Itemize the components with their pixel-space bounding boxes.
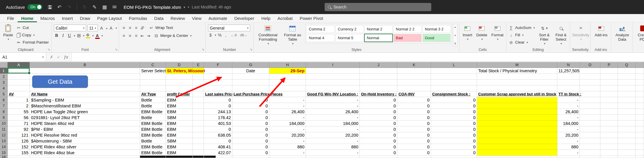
cell-O10[interactable] <box>580 121 600 126</box>
cell-x15[interactable] <box>636 150 644 156</box>
cell-H7[interactable]: - <box>269 103 306 109</box>
font-name-select[interactable]: Calibri ▾ <box>54 25 86 31</box>
column-header-G[interactable]: G <box>232 62 269 68</box>
cell-G8[interactable]: 0 <box>232 109 269 115</box>
chevron-down-icon[interactable]: ▾ <box>83 34 85 37</box>
cell-K4[interactable] <box>397 85 431 91</box>
cell-N10[interactable]: 184,000 <box>557 121 580 126</box>
cell-C5[interactable]: AV Type <box>140 91 166 97</box>
column-header-O[interactable]: O <box>580 62 600 68</box>
cell-M6[interactable] <box>477 97 557 103</box>
column-header-A[interactable]: A <box>8 62 30 68</box>
conditional-formatting-button[interactable]: Conditional Formatting ▾ <box>256 24 280 47</box>
cell-P13[interactable] <box>600 138 618 144</box>
cell-L3[interactable] <box>431 80 477 85</box>
cell-M8[interactable] <box>477 109 557 115</box>
borders-button[interactable]: ⊞ <box>76 33 81 38</box>
menu-tab-data[interactable]: Data <box>151 14 167 22</box>
cell-E11[interactable] <box>193 126 204 132</box>
align-top-button[interactable]: ≡ <box>121 26 126 30</box>
menu-tab-page-layout[interactable]: Page Layout <box>94 14 125 22</box>
number-dialog-launcher[interactable]: ↘ <box>250 47 252 51</box>
cell-F15[interactable]: 422.07 <box>204 150 232 156</box>
cell-P11[interactable] <box>600 126 618 132</box>
cell-O15[interactable] <box>580 150 600 156</box>
cell-P15[interactable] <box>600 150 618 156</box>
gallery-more-icon[interactable]: ▾ <box>454 42 456 45</box>
cell-M4[interactable] <box>477 85 557 91</box>
cell-G3[interactable] <box>232 80 269 85</box>
cell-x13[interactable] <box>636 138 644 144</box>
style-normal-5[interactable]: Normal 5 <box>335 34 364 42</box>
cell-x4[interactable] <box>636 85 644 91</box>
cell-N15[interactable]: - <box>557 150 580 156</box>
cell-M9[interactable] <box>477 115 557 121</box>
cell-D9[interactable]: SBM <box>166 115 193 121</box>
cell-J2[interactable] <box>360 74 397 80</box>
gallery-up-icon[interactable]: ▴ <box>454 25 456 28</box>
cell-N14[interactable]: 880 <box>557 144 580 150</box>
cell-M16[interactable] <box>477 156 557 158</box>
chevron-down-icon[interactable]: ▾ <box>184 6 185 9</box>
cell-J16[interactable] <box>360 156 397 158</box>
cell-G15[interactable]: 0 <box>232 150 269 156</box>
italic-button[interactable]: I <box>60 33 66 38</box>
create-pdf-button[interactable]: Create PDF <box>635 24 644 47</box>
cell-H5[interactable]: Pieces <box>269 91 306 97</box>
cell-D4[interactable] <box>166 85 193 91</box>
align-middle-button[interactable]: ≡ <box>127 26 132 30</box>
cell-J1[interactable] <box>360 68 397 74</box>
cell-K8[interactable]: 0 <box>397 109 431 115</box>
decrease-indent-button[interactable]: ⇤ <box>140 34 145 38</box>
cell-H4[interactable] <box>269 85 306 91</box>
row-header-12[interactable]: 12 <box>0 132 8 138</box>
cell-E12[interactable] <box>193 132 204 138</box>
cell-P16[interactable] <box>600 156 618 158</box>
cell-K11[interactable]: 0 <box>397 126 431 132</box>
cell-A14[interactable]: 152 <box>8 144 30 150</box>
cell-O3[interactable] <box>580 80 600 85</box>
increase-font-size-button[interactable]: A▴ <box>99 25 108 31</box>
cell-N3[interactable] <box>557 80 580 85</box>
cell-G13[interactable]: 0 <box>232 138 269 144</box>
style-comma-2[interactable]: Comma 2 <box>306 25 335 33</box>
cell-Q12[interactable] <box>618 132 636 138</box>
increase-indent-button[interactable]: ⇥ <box>146 34 151 38</box>
cell-L9[interactable]: 0 <box>431 115 477 121</box>
cell-K15[interactable]: 0 <box>397 150 431 156</box>
cell-N7[interactable]: - <box>557 103 580 109</box>
paste-button[interactable]: Paste ▾ <box>2 24 14 47</box>
cell-P5[interactable] <box>600 91 618 97</box>
row-header-16[interactable]: 16 <box>0 156 8 158</box>
menu-tab-file[interactable]: File <box>4 14 18 22</box>
row-header-7[interactable]: 7 <box>0 103 8 109</box>
cell-C2[interactable] <box>140 74 166 80</box>
cell-E7[interactable] <box>193 103 204 109</box>
column-header-H[interactable]: H <box>269 62 306 68</box>
row-header-15[interactable]: 15 <box>0 150 8 156</box>
row-header-5[interactable]: 5 <box>0 91 8 97</box>
cell-H6[interactable]: - <box>269 97 306 103</box>
cell-B5[interactable]: AV Name <box>30 91 140 97</box>
cell-C16[interactable] <box>140 156 166 158</box>
cell-I2[interactable] <box>306 74 360 80</box>
cell-E16[interactable] <box>193 156 204 158</box>
column-header-Q[interactable]: Q <box>618 62 636 68</box>
cell-H11[interactable]: - <box>269 126 306 132</box>
cell-E8[interactable] <box>193 109 204 115</box>
mail-icon[interactable]: ✉ <box>113 5 117 10</box>
cell-I4[interactable] <box>306 85 360 91</box>
cell-B13[interactable]: $Abmusterung - SBM <box>30 138 140 144</box>
cell-A10[interactable]: 71 <box>8 121 30 126</box>
cell-L14[interactable]: 0 <box>431 144 477 150</box>
cell-L8[interactable]: 0 <box>431 109 477 115</box>
format-painter-button[interactable]: ✏ Format Painter <box>16 39 49 45</box>
style-good[interactable]: Good <box>422 34 451 42</box>
menu-tab-review[interactable]: Review <box>167 14 188 22</box>
row-header-10[interactable]: 10 <box>0 121 8 126</box>
cell-Q3[interactable] <box>618 80 636 85</box>
cell-G7[interactable]: 0 <box>232 103 269 109</box>
cell-I8[interactable]: 26,400 <box>306 109 360 115</box>
cell-J6[interactable]: 0 <box>360 97 397 103</box>
merge-center-button[interactable]: ⊟ Merge & Center ▾ <box>154 32 192 39</box>
